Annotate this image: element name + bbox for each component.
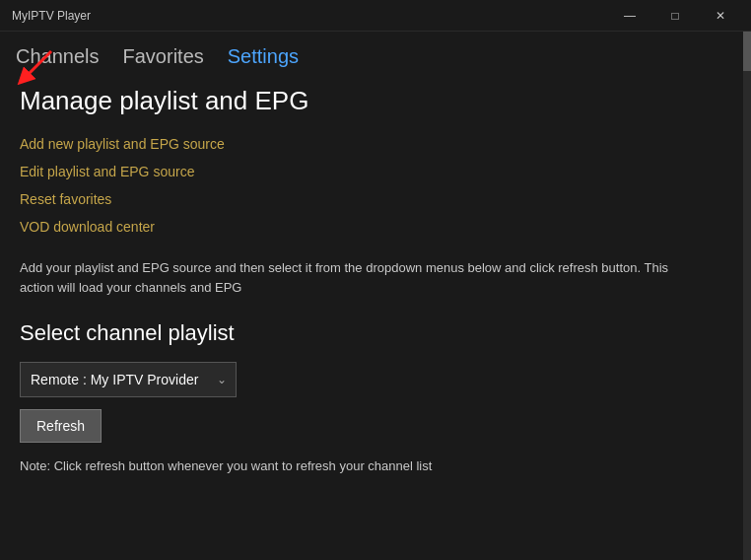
note-text: Note: Click refresh button whenever you …: [20, 458, 731, 473]
maximize-button[interactable]: □: [652, 0, 698, 32]
edit-playlist-link[interactable]: Edit playlist and EPG source: [20, 164, 731, 179]
tab-favorites[interactable]: Favorites: [123, 43, 204, 70]
playlist-dropdown[interactable]: Remote : My IPTV Provider: [20, 362, 237, 397]
add-playlist-link[interactable]: Add new playlist and EPG source: [20, 136, 731, 152]
playlist-dropdown-container: Remote : My IPTV Provider ⌄: [20, 362, 237, 397]
minimize-button[interactable]: —: [607, 0, 652, 32]
scrollbar-track: [743, 32, 751, 560]
main-content: Manage playlist and EPG Add new playlist…: [0, 78, 751, 493]
window-controls: — □ ✕: [607, 0, 743, 32]
tab-settings[interactable]: Settings: [228, 43, 299, 70]
title-bar: MyIPTV Player — □ ✕: [0, 0, 751, 32]
close-button[interactable]: ✕: [698, 0, 743, 32]
page-title: Manage playlist and EPG: [20, 86, 731, 116]
select-playlist-title: Select channel playlist: [20, 320, 731, 346]
nav-tabs: Channels Favorites Settings: [0, 32, 751, 78]
reset-favorites-link[interactable]: Reset favorites: [20, 191, 731, 207]
scrollbar-thumb[interactable]: [743, 32, 751, 71]
app-title: MyIPTV Player: [12, 9, 91, 23]
refresh-button[interactable]: Refresh: [20, 409, 102, 443]
svg-line-1: [24, 51, 51, 79]
vod-download-link[interactable]: VOD download center: [20, 219, 731, 235]
description-text: Add your playlist and EPG source and the…: [20, 258, 690, 297]
links-section: Add new playlist and EPG source Edit pla…: [20, 136, 731, 235]
dropdown-wrapper: Remote : My IPTV Provider ⌄: [20, 362, 731, 397]
